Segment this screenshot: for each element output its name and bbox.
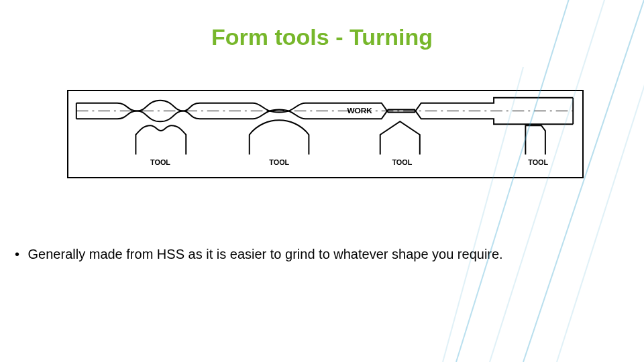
diagram-svg: WORK TOOL TOOL TOOL TOOL — [68, 91, 582, 177]
bullet-item: • Generally made from HSS as it is easie… — [15, 247, 503, 262]
tool-label-3: TOOL — [392, 158, 412, 166]
tool-label-1: TOOL — [150, 158, 170, 166]
tool-label-2: TOOL — [269, 158, 289, 166]
slide: Form tools - Turning WORK — [0, 0, 644, 362]
form-tools-diagram: WORK TOOL TOOL TOOL TOOL — [67, 90, 584, 178]
work-label: WORK — [347, 106, 372, 115]
bullet-marker: • — [15, 247, 24, 262]
bullet-text: Generally made from HSS as it is easier … — [28, 247, 503, 261]
decorative-lines — [416, 0, 644, 362]
tool-label-4: TOOL — [528, 158, 548, 166]
slide-title: Form tools - Turning — [0, 24, 644, 50]
